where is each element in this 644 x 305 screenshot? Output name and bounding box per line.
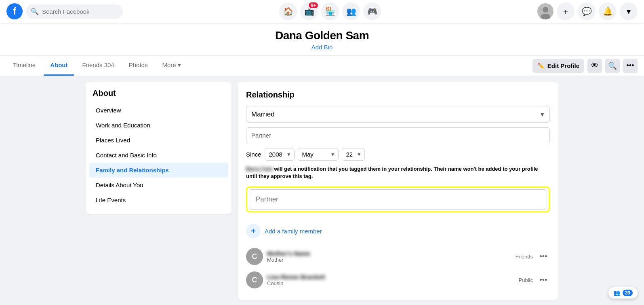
tab-about[interactable]: About [44, 56, 74, 76]
people-badge: 👥 39 [608, 287, 638, 299]
partner-highlight-box [246, 186, 550, 212]
search-bar[interactable]: 🔍 [26, 4, 123, 19]
tab-timeline[interactable]: Timeline [6, 56, 42, 76]
member-name-1: Mother's Name [267, 250, 511, 257]
partner-name-blurred: Barry Cam [246, 166, 273, 172]
profile-search-button[interactable]: 🔍 [605, 59, 620, 73]
year-select[interactable]: 2008 2009 2010 [265, 148, 295, 161]
relationship-status-wrapper: Single In a relationship Engaged Married… [246, 106, 550, 123]
store-nav-button[interactable]: 🏪 [321, 2, 339, 20]
year-select-wrapper: 2008 2009 2010 ▼ [265, 148, 295, 161]
top-nav: f 🔍 🏠 📺 9+ 🏪 👥 🎮 ＋ 💬 🔔 ▾ [0, 0, 644, 23]
sidebar-item-contact-basic-info[interactable]: Contact and Basic Info [89, 148, 228, 163]
edit-profile-label: Edit Profile [547, 62, 579, 69]
day-select[interactable]: 22 23 [342, 148, 365, 161]
nav-avatar[interactable] [537, 3, 554, 19]
about-sidebar: About Overview Work and Education Places… [86, 82, 232, 214]
nav-center-icons: 🏠 📺 9+ 🏪 👥 🎮 [126, 2, 534, 20]
family-member-row: C Mother's Name Mother Friends ••• [246, 245, 550, 268]
member-privacy-1: Friends [516, 254, 533, 260]
member-more-button-2[interactable]: ••• [537, 273, 550, 286]
search-icon: 🔍 [31, 8, 39, 15]
month-select-wrapper: January February March April May June ▼ [298, 148, 339, 161]
partner-search-input[interactable] [249, 189, 547, 210]
logo-letter: f [13, 6, 16, 17]
people-nav-button[interactable]: 👥 [342, 2, 360, 20]
content-area: About Overview Work and Education Places… [80, 82, 564, 300]
gaming-nav-button[interactable]: 🎮 [363, 2, 381, 20]
relationship-section: Relationship Single In a relationship En… [246, 90, 550, 212]
relationship-notification-text: Barry Cam will get a notification that y… [246, 165, 550, 180]
messenger-button[interactable]: 💬 [578, 2, 596, 20]
notification-message: will get a notification that you tagged … [246, 166, 538, 179]
add-family-member-button[interactable]: + Add a family member [246, 220, 550, 241]
tab-more[interactable]: More ▾ [156, 56, 187, 76]
sidebar-item-life-events[interactable]: Life Events [89, 193, 228, 208]
since-row: Since 2008 2009 2010 ▼ January February [246, 148, 550, 161]
video-nav-button[interactable]: 📺 9+ [300, 2, 318, 20]
month-select[interactable]: January February March April May June [298, 148, 339, 161]
day-select-wrapper: 22 23 ▼ [342, 148, 365, 161]
add-family-plus-icon: + [246, 224, 261, 238]
profile-more-button[interactable]: ••• [623, 59, 638, 73]
member-privacy-2: Public [519, 277, 533, 283]
family-section: + Add a family member C Mother's Name Mo… [246, 220, 550, 292]
account-menu-button[interactable]: ▾ [620, 2, 638, 20]
page-wrapper: Dana Golden Sam Add Bio Timeline About F… [0, 23, 644, 305]
profile-header: Dana Golden Sam Add Bio Timeline About F… [0, 23, 644, 76]
since-label: Since [246, 151, 261, 158]
family-member-row: C Lisa Renee Brackett Cousin Public ••• [246, 268, 550, 292]
member-more-button-1[interactable]: ••• [537, 250, 550, 263]
relationship-status-select[interactable]: Single In a relationship Engaged Married… [246, 106, 550, 123]
sidebar-item-family-relationships[interactable]: Family and Relationships [89, 163, 228, 178]
people-count: 39 [623, 290, 633, 296]
member-info-1: Mother's Name Mother [267, 250, 511, 263]
member-relation-2: Cousin [267, 280, 515, 286]
add-button[interactable]: ＋ [557, 2, 575, 20]
member-relation-1: Mother [267, 257, 511, 263]
profile-name-area: Dana Golden Sam Add Bio [0, 23, 644, 51]
member-avatar-2: C [246, 271, 263, 288]
right-panel: Relationship Single In a relationship En… [238, 82, 558, 300]
add-bio-link[interactable]: Add Bio [0, 44, 644, 51]
sidebar-item-work-education[interactable]: Work and Education [89, 118, 228, 133]
search-input[interactable] [42, 8, 118, 15]
view-as-button[interactable]: 👁 [587, 59, 602, 73]
add-family-label: Add a family member [265, 228, 322, 235]
svg-point-1 [543, 7, 548, 13]
sidebar-item-places-lived[interactable]: Places Lived [89, 133, 228, 148]
member-avatar-1: C [246, 248, 263, 265]
nav-right-controls: ＋ 💬 🔔 ▾ [537, 2, 638, 20]
tab-photos[interactable]: Photos [122, 56, 154, 76]
facebook-logo[interactable]: f [6, 3, 23, 19]
tab-friends[interactable]: Friends 304 [76, 56, 120, 76]
partner-placeholder-text: Partner [251, 132, 271, 139]
sidebar-item-overview[interactable]: Overview [89, 103, 228, 118]
member-name-2: Lisa Renee Brackett [267, 273, 515, 280]
member-info-2: Lisa Renee Brackett Cousin [267, 273, 515, 286]
notifications-button[interactable]: 🔔 [599, 2, 617, 20]
profile-tabs-left: Timeline About Friends 304 Photos More ▾ [6, 56, 187, 76]
home-nav-button[interactable]: 🏠 [279, 2, 297, 20]
pencil-icon: ✏️ [537, 62, 545, 70]
sidebar-item-details-about-you[interactable]: Details About You [89, 178, 228, 193]
edit-profile-button[interactable]: ✏️ Edit Profile [532, 59, 584, 73]
people-icon: 👥 [613, 290, 620, 296]
profile-tabs: Timeline About Friends 304 Photos More ▾… [0, 55, 644, 76]
relationship-section-title: Relationship [246, 90, 550, 100]
partner-input-small[interactable]: Partner [246, 127, 550, 143]
profile-actions: ✏️ Edit Profile 👁 🔍 ••• [532, 59, 638, 73]
profile-name: Dana Golden Sam [0, 29, 644, 42]
video-badge: 9+ [309, 2, 318, 8]
sidebar-title: About [86, 89, 232, 103]
